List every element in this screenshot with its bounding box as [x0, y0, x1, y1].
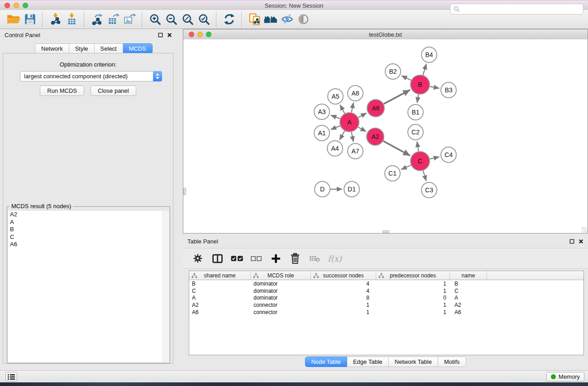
column-header-successor-nodes[interactable]: successor nodes	[311, 271, 376, 280]
import-network-button[interactable]	[47, 11, 63, 28]
graph-node-B1[interactable]: B1	[408, 105, 423, 120]
edge-C-C3[interactable]	[423, 171, 426, 181]
zoom-selected-button[interactable]	[196, 11, 212, 28]
graph-node-A6[interactable]: A6	[367, 100, 384, 117]
hide-graphics-details-button[interactable]	[279, 11, 295, 28]
import-table-button[interactable]	[63, 11, 80, 28]
search-input[interactable]	[462, 5, 583, 13]
delete-columns-button[interactable]	[289, 252, 301, 265]
graph-node-B[interactable]: B	[411, 75, 430, 94]
column-header-predecessor-nodes[interactable]: predecessor nodes	[376, 271, 450, 280]
table-row[interactable]: Adominator80A	[189, 295, 583, 302]
edge-A6-B[interactable]	[384, 90, 410, 104]
edge-A-A8[interactable]	[351, 103, 353, 113]
network-canvas-container[interactable]: B4B2BB3A5A8A6A3AB1A1A2C2A4A7C4CC1DD1C3	[183, 39, 588, 233]
graph-node-C1[interactable]: C1	[385, 166, 400, 181]
edge-C-C4[interactable]	[430, 157, 440, 159]
tab-node-table[interactable]: Node Table	[305, 357, 347, 367]
edge-B-B1[interactable]	[417, 95, 418, 103]
zoom-fit-button[interactable]	[179, 11, 196, 28]
create-column-button[interactable]	[269, 252, 282, 265]
result-list-item[interactable]: C	[8, 234, 169, 241]
tab-network-table[interactable]: Network Table	[389, 357, 438, 367]
memory-button[interactable]: Memory	[546, 372, 584, 381]
graph-node-A2[interactable]: A2	[367, 128, 384, 145]
graph-node-C[interactable]: C	[411, 152, 430, 171]
result-list-item[interactable]: A2	[8, 211, 169, 219]
unselect-all-rows-button[interactable]	[250, 252, 263, 265]
save-session-button[interactable]	[22, 11, 38, 28]
edge-B-B2[interactable]	[402, 76, 411, 80]
zoom-out-button[interactable]	[163, 11, 179, 28]
column-header-mcds-role[interactable]: MCDS role	[251, 271, 311, 280]
edge-A-A6[interactable]	[358, 113, 366, 118]
search-box[interactable]	[450, 4, 583, 14]
edge-A-A2[interactable]	[358, 127, 366, 132]
edge-A-A3[interactable]	[331, 115, 340, 119]
table-row[interactable]: Bdominator41B	[189, 280, 583, 287]
mcds-result-list[interactable]: A2ABCA6	[8, 211, 169, 362]
column-header-shared-name[interactable]: shared name	[189, 271, 251, 280]
select-all-rows-button[interactable]	[230, 252, 243, 265]
table-row[interactable]: Cdominator41C	[189, 287, 583, 295]
edge-A-A4[interactable]	[339, 131, 344, 140]
edge-A2-C[interactable]	[383, 141, 411, 156]
resize-handle[interactable]	[582, 227, 587, 233]
optimization-criterion-select[interactable]: largest connected component (directed)	[20, 71, 162, 81]
graph-node-B3[interactable]: B3	[441, 82, 456, 98]
tab-network[interactable]: Network	[35, 43, 69, 54]
tab-mcds[interactable]: MCDS	[123, 43, 153, 54]
graph-node-D1[interactable]: D1	[344, 181, 359, 197]
graph-node-A[interactable]: A	[340, 113, 359, 132]
float-panel-icon[interactable]	[158, 33, 163, 38]
graph-node-A3[interactable]: A3	[314, 104, 330, 119]
close-table-panel-icon[interactable]	[578, 239, 583, 244]
tab-edge-table[interactable]: Edge Table	[347, 357, 389, 367]
edge-A-A1[interactable]	[331, 126, 340, 129]
graph-node-B4[interactable]: B4	[421, 47, 437, 62]
graph-node-A8[interactable]: A8	[348, 86, 363, 101]
open-session-button[interactable]	[5, 11, 22, 28]
home-view-button[interactable]	[263, 11, 279, 28]
graph-node-A5[interactable]: A5	[328, 89, 343, 104]
graph-node-D[interactable]: D	[315, 181, 330, 197]
task-history-button[interactable]	[5, 372, 17, 381]
result-list-item[interactable]: A6	[8, 241, 169, 248]
tab-motifs[interactable]: Motifs	[438, 357, 466, 367]
result-list-item[interactable]: A	[8, 219, 169, 226]
edge-C-C2[interactable]	[417, 142, 418, 152]
edge-C-C1[interactable]	[401, 165, 411, 170]
edge-B-B3[interactable]	[430, 86, 440, 88]
equation-builder-button[interactable]: f(x)	[328, 254, 342, 263]
graph-node-A7[interactable]: A7	[348, 143, 363, 159]
clone-network-button[interactable]	[246, 11, 263, 28]
table-row[interactable]: A2connector11A2	[189, 301, 583, 309]
table-row[interactable]: A6connector11A6	[189, 309, 583, 316]
graph-node-A4[interactable]: A4	[327, 141, 343, 156]
graph-node-C3[interactable]: C3	[421, 182, 437, 198]
show-graphics-details-button[interactable]	[295, 11, 311, 28]
close-panel-button[interactable]: Close panel	[91, 86, 136, 96]
table-settings-button[interactable]	[191, 252, 204, 265]
edge-A-A5[interactable]	[340, 105, 345, 113]
graph-node-B2[interactable]: B2	[385, 64, 401, 79]
horizontal-scroll-thumb[interactable]	[382, 230, 389, 233]
tab-select[interactable]: Select	[95, 43, 123, 54]
result-list-item[interactable]: B	[8, 226, 169, 234]
run-mcds-button[interactable]: Run MCDS	[40, 86, 84, 96]
graph-node-C4[interactable]: C4	[441, 147, 456, 162]
zoom-in-button[interactable]	[147, 11, 163, 28]
export-table-button[interactable]	[105, 11, 121, 28]
export-image-button[interactable]	[121, 11, 138, 28]
graph-node-A1[interactable]: A1	[314, 125, 330, 141]
column-header-name[interactable]: name	[450, 271, 487, 280]
network-canvas[interactable]: B4B2BB3A5A8A6A3AB1A1A2C2A4A7C4CC1DD1C3	[183, 39, 588, 233]
delete-table-button[interactable]	[308, 252, 321, 265]
tab-style[interactable]: Style	[69, 43, 95, 54]
edge-A-A7[interactable]	[351, 132, 353, 142]
vertical-scroll-thumb[interactable]	[183, 188, 186, 195]
float-table-panel-icon[interactable]	[569, 239, 574, 244]
graph-node-C2[interactable]: C2	[408, 124, 423, 140]
close-panel-icon[interactable]	[167, 33, 172, 38]
edge-B-B4[interactable]	[423, 64, 426, 75]
